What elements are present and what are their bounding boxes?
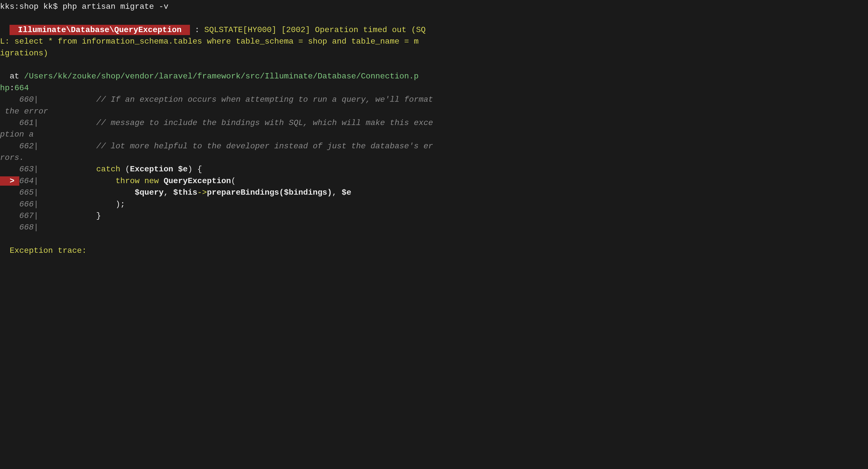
exception-line-1: Illuminate\Database\QueryException : SQL… (0, 24, 868, 36)
gutter: 663| (0, 165, 43, 174)
at-label: at (0, 72, 24, 81)
source-line-662-wrap: rors. (0, 152, 868, 164)
file-path-wrap: hp (0, 84, 9, 93)
exception-trace-header: Exception trace: (0, 245, 868, 256)
source-line-660-wrap: the error (0, 106, 868, 117)
source-line-664: > 664| throw new QueryException( (0, 176, 868, 187)
code-comment: // If an exception occurs when attemptin… (96, 95, 433, 104)
gutter: 661| (0, 118, 43, 127)
source-line-661-wrap: ption a (0, 129, 868, 140)
file-path: /Users/kk/zouke/shop/vendor/laravel/fram… (24, 72, 419, 81)
shell-command: php artisan migrate -v (58, 2, 168, 11)
exception-type: Exception $e (130, 165, 187, 174)
keyword-throw: throw (116, 176, 144, 186)
gutter: 662| (0, 142, 43, 151)
gutter: 665| (0, 188, 43, 197)
exception-class: QueryException (164, 176, 231, 186)
terminal-output: kks:shop kk$ php artisan migrate -v Illu… (0, 0, 868, 257)
blank-line (0, 59, 868, 71)
location-line-1: at /Users/kk/zouke/shop/vendor/laravel/f… (0, 71, 868, 82)
prompt-line[interactable]: kks:shop kk$ php artisan migrate -v (0, 1, 868, 12)
gutter: 668| (0, 223, 43, 232)
variable: $bindings (284, 188, 327, 197)
source-line-661: 661| // message to include the bindings … (0, 117, 868, 129)
code-comment: // lot more helpful to the developer ins… (96, 142, 433, 151)
source-line-667: 667| } (0, 210, 868, 222)
shell-prompt: kks:shop kk$ (0, 2, 58, 11)
source-line-663: 663| catch (Exception $e) { (0, 164, 868, 175)
operator-arrow: -> (197, 188, 207, 197)
keyword-new: new (144, 176, 164, 186)
source-line-660: 660| // If an exception occurs when atte… (0, 94, 868, 105)
blank-line (0, 12, 868, 24)
gutter: 667| (0, 211, 43, 220)
location-line-2: hp:664 (0, 83, 868, 94)
gutter: 664| (19, 176, 43, 186)
line-number: 664 (14, 84, 29, 93)
code-comment: // message to include the bindings with … (96, 118, 433, 127)
gutter: 666| (0, 200, 43, 209)
gutter: 660| (0, 95, 43, 104)
source-line-665: 665| $query, $this->prepareBindings($bin… (0, 187, 868, 198)
blank-line (0, 233, 868, 245)
current-line-marker: > (0, 176, 19, 186)
source-line-668: 668| (0, 222, 868, 233)
exception-line-2: L: select * from information_schema.tabl… (0, 36, 868, 48)
exception-separator: : (190, 25, 205, 35)
exception-class-badge: Illuminate\Database\QueryException (9, 25, 190, 35)
exception-line-3: igrations) (0, 48, 868, 59)
keyword-catch: catch (96, 165, 125, 174)
variable: $query (135, 188, 164, 197)
source-line-662: 662| // lot more helpful to the develope… (0, 140, 868, 152)
source-line-666: 666| ); (0, 199, 868, 210)
exception-message: SQLSTATE[HY000] [2002] Operation timed o… (204, 25, 426, 35)
variable: $e (342, 188, 351, 197)
method-call: prepareBindings (207, 188, 279, 197)
variable: $this (173, 188, 197, 197)
